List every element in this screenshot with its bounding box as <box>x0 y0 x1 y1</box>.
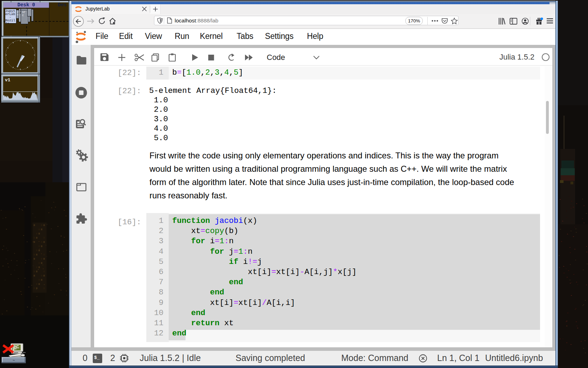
svg-text:~: ~ <box>13 359 15 363</box>
